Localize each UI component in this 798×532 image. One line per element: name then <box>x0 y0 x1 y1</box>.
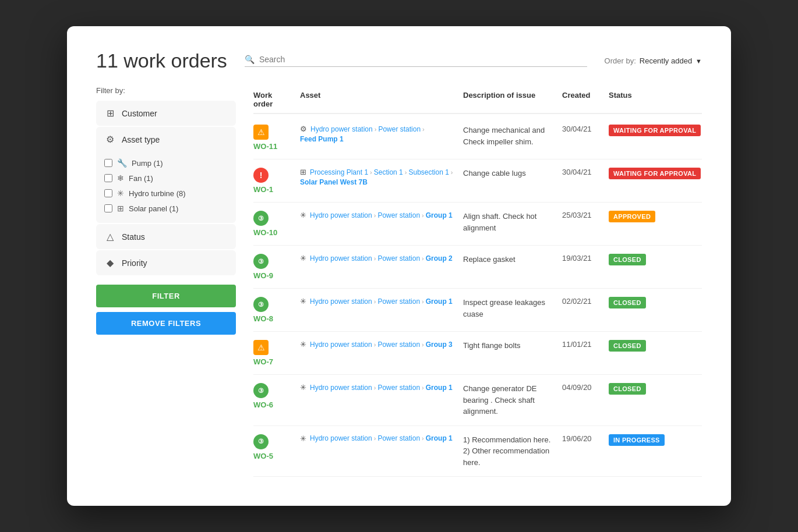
breadcrumb-link-last[interactable]: Group 1 <box>426 434 453 442</box>
filter-solar-panel[interactable]: ⊞ Solar panel (1) <box>104 201 228 216</box>
status-cell: WAITING FOR APPROVAL <box>609 125 702 136</box>
asset-breadcrumb: ⚙Hydro power station › Power station › F… <box>300 125 463 143</box>
breadcrumb-arrow-icon: › <box>422 212 424 219</box>
wo-label[interactable]: WO-1 <box>253 185 273 194</box>
breadcrumb-link[interactable]: Hydro power station <box>310 211 372 219</box>
breadcrumb-arrow-icon: › <box>422 341 424 348</box>
status-badge: CLOSED <box>609 254 646 265</box>
asset-type-icon: ⊞ <box>300 168 306 176</box>
status-badge: CLOSED <box>609 297 646 308</box>
filter-header-status[interactable]: △ Status <box>96 224 236 249</box>
breadcrumb-link[interactable]: Hydro power station <box>310 341 372 349</box>
order-by-arrow-icon[interactable]: ▼ <box>695 58 702 65</box>
search-box[interactable]: 🔍 <box>245 55 587 67</box>
filter-header-asset-type[interactable]: ⚙ Asset type <box>96 127 236 152</box>
table-row: ③ WO-9 ✳Hydro power station › Power stat… <box>253 246 702 289</box>
asset-type-icon: ✳ <box>300 434 306 443</box>
breadcrumb-link[interactable]: Subsection 1 <box>408 168 449 176</box>
breadcrumb-link[interactable]: Power station <box>377 341 420 349</box>
breadcrumb-link[interactable]: Processing Plant 1 <box>310 168 368 176</box>
filter-hydro-turbine[interactable]: ✳ Hydro turbine (8) <box>104 186 228 201</box>
status-cell: CLOSED <box>609 340 702 352</box>
wo-cell: ③ WO-9 <box>253 254 300 280</box>
checkbox-solar-panel[interactable] <box>104 204 112 212</box>
filter-header-priority[interactable]: ◆ Priority <box>96 250 236 275</box>
filter-pump[interactable]: 🔧 Pump (1) <box>104 155 228 171</box>
status-badge: CLOSED <box>609 383 646 395</box>
filter-header-customer[interactable]: ⊞ Customer <box>96 101 236 126</box>
wo-cell: ③ WO-5 <box>253 434 300 460</box>
search-input[interactable] <box>259 55 587 64</box>
description-cell: Tight flange bolts <box>463 340 562 352</box>
header-row: 11 work orders 🔍 Order by: Recently adde… <box>96 49 702 72</box>
asset-type-filter-body: 🔧 Pump (1) ❄ Fan (1) ✳ Hydro turbine (8) <box>96 152 236 223</box>
breadcrumb-link-last[interactable]: Group 2 <box>426 254 453 263</box>
order-by-container: Order by: Recently added ▼ <box>605 56 702 65</box>
table-row: ③ WO-6 ✳Hydro power station › Power stat… <box>253 375 702 426</box>
asset-breadcrumb: ✳Hydro power station › Power station › G… <box>300 211 463 219</box>
breadcrumb-link[interactable]: Hydro power station <box>310 125 373 133</box>
status-cell: APPROVED <box>609 211 702 222</box>
description-cell: Change generator DE bearing . Check shaf… <box>463 383 562 417</box>
asset-breadcrumb: ⊞Processing Plant 1 › Section 1 › Subsec… <box>300 168 463 186</box>
breadcrumb-link[interactable]: Power station <box>377 434 420 442</box>
checkbox-pump[interactable] <box>104 159 112 167</box>
filter-button[interactable]: FILTER <box>96 285 236 307</box>
status-label: Status <box>122 232 145 242</box>
asset-cell: ✳Hydro power station › Power station › G… <box>300 254 463 263</box>
pump-icon: 🔧 <box>117 158 127 168</box>
wo-label[interactable]: WO-6 <box>253 400 273 409</box>
created-cell: 25/03/21 <box>562 211 609 219</box>
order-by-label: Order by: <box>605 56 636 65</box>
solar-panel-label: Solar panel (1) <box>129 204 178 213</box>
breadcrumb-arrow-icon: › <box>374 255 376 262</box>
breadcrumb-link-last[interactable]: Group 3 <box>426 341 453 349</box>
checkbox-fan[interactable] <box>104 174 112 182</box>
priority-warning-icon: ⚠ <box>253 340 269 355</box>
breadcrumb-arrow-icon: › <box>422 384 424 391</box>
breadcrumb-link[interactable]: Power station <box>377 297 420 306</box>
breadcrumb-link[interactable]: Power station <box>377 384 420 392</box>
wo-label[interactable]: WO-5 <box>253 452 273 460</box>
breadcrumb-link[interactable]: Section 1 <box>374 168 403 176</box>
status-badge: IN PROGRESS <box>609 434 665 446</box>
wo-label[interactable]: WO-9 <box>253 271 273 280</box>
breadcrumb-link-last[interactable]: Group 1 <box>426 211 453 219</box>
table-row: ③ WO-5 ✳Hydro power station › Power stat… <box>253 426 702 477</box>
wo-label[interactable]: WO-7 <box>253 357 273 366</box>
description-cell: Align shaft. Check hot alignment <box>463 211 562 233</box>
breadcrumb-link-last[interactable]: Solar Panel West 7B <box>300 178 368 186</box>
breadcrumb-link[interactable]: Power station <box>378 125 421 133</box>
created-cell: 04/09/20 <box>562 383 609 392</box>
wo-label[interactable]: WO-10 <box>253 228 277 237</box>
asset-cell: ✳Hydro power station › Power station › G… <box>300 297 463 306</box>
fan-label: Fan (1) <box>129 174 153 183</box>
breadcrumb-arrow-icon: › <box>405 169 407 176</box>
sidebar: Filter by: ⊞ Customer ⚙ Asset type 🔧 <box>96 86 236 477</box>
filter-fan[interactable]: ❄ Fan (1) <box>104 171 228 186</box>
breadcrumb-link[interactable]: Hydro power station <box>310 434 372 442</box>
breadcrumb-link[interactable]: Hydro power station <box>310 297 372 306</box>
wo-label[interactable]: WO-8 <box>253 314 273 323</box>
breadcrumb-link-last[interactable]: Group 1 <box>426 384 453 392</box>
checkbox-hydro-turbine[interactable] <box>104 189 112 197</box>
breadcrumb-link-last[interactable]: Group 1 <box>426 297 453 306</box>
breadcrumb-link[interactable]: Hydro power station <box>310 254 372 263</box>
breadcrumb-arrow-icon: › <box>374 298 376 305</box>
breadcrumb-link[interactable]: Hydro power station <box>310 384 372 392</box>
priority-critical-icon: ! <box>253 168 269 183</box>
breadcrumb-link-last[interactable]: Feed Pump 1 <box>300 135 344 143</box>
filter-section-asset-type: ⚙ Asset type 🔧 Pump (1) ❄ Fan (1) <box>96 127 236 223</box>
breadcrumb-link[interactable]: Power station <box>377 211 420 219</box>
asset-type-icon: ✳ <box>300 297 306 306</box>
status-cell: WAITING FOR APPROVAL <box>609 168 702 179</box>
breadcrumb-link[interactable]: Power station <box>377 254 420 263</box>
status-badge: CLOSED <box>609 340 646 352</box>
remove-filters-button[interactable]: REMOVE FILTERS <box>96 312 236 335</box>
wo-cell: ③ WO-8 <box>253 297 300 323</box>
priority-normal-icon: ③ <box>253 211 269 226</box>
wo-label[interactable]: WO-11 <box>253 142 277 151</box>
breadcrumb-arrow-icon: › <box>370 169 372 176</box>
created-cell: 30/04/21 <box>562 168 609 176</box>
status-cell: IN PROGRESS <box>609 434 702 446</box>
